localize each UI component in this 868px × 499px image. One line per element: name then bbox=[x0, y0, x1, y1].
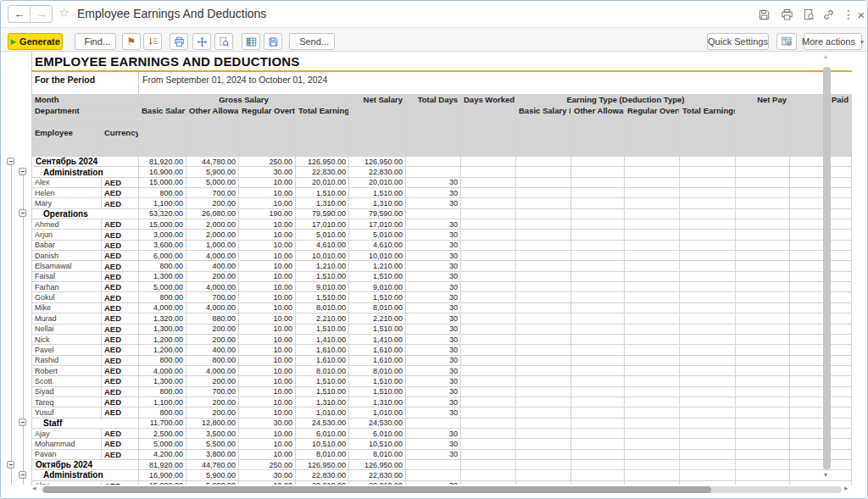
currency-cell[interactable]: AED bbox=[102, 365, 139, 375]
value-cell[interactable] bbox=[571, 480, 625, 485]
vscroll-thumb[interactable] bbox=[823, 67, 831, 469]
value-cell[interactable] bbox=[625, 386, 680, 396]
quick-settings-button[interactable]: Quick Settings bbox=[707, 33, 769, 50]
value-cell[interactable]: 4,610.00 bbox=[296, 240, 349, 250]
value-cell[interactable] bbox=[736, 292, 790, 302]
value-cell[interactable] bbox=[680, 459, 736, 469]
value-cell[interactable] bbox=[571, 302, 625, 313]
value-cell[interactable] bbox=[790, 251, 852, 261]
value-cell[interactable] bbox=[571, 324, 625, 334]
value-cell[interactable] bbox=[625, 302, 680, 313]
value-cell[interactable]: 1,510.00 bbox=[296, 386, 349, 396]
value-cell[interactable]: 16,900.00 bbox=[139, 167, 186, 177]
currency-cell[interactable]: AED bbox=[102, 355, 139, 365]
value-cell[interactable] bbox=[736, 188, 790, 198]
value-cell[interactable] bbox=[736, 251, 790, 261]
value-cell[interactable] bbox=[680, 302, 736, 313]
value-cell[interactable]: 10.00 bbox=[239, 230, 296, 240]
value-cell[interactable]: 30 bbox=[406, 345, 461, 355]
value-cell[interactable] bbox=[516, 376, 571, 386]
value-cell[interactable] bbox=[680, 198, 736, 208]
header-total-days[interactable]: Total Days bbox=[406, 95, 461, 157]
value-cell[interactable] bbox=[680, 219, 736, 230]
value-cell[interactable]: 4,000.00 bbox=[186, 365, 239, 375]
value-cell[interactable]: 10.00 bbox=[239, 240, 296, 250]
value-cell[interactable]: 2,210.00 bbox=[349, 313, 406, 324]
header-days-worked[interactable]: Days Worked bbox=[461, 95, 516, 157]
value-cell[interactable]: 10.00 bbox=[239, 386, 296, 396]
value-cell[interactable] bbox=[625, 480, 680, 485]
header-gross-salary[interactable]: Gross Salary bbox=[139, 95, 349, 106]
value-cell[interactable] bbox=[625, 271, 680, 281]
value-cell[interactable] bbox=[571, 386, 625, 396]
value-cell[interactable] bbox=[625, 376, 680, 386]
value-cell[interactable]: 800.00 bbox=[139, 386, 186, 396]
employee-name-cell[interactable]: Mike bbox=[32, 302, 102, 313]
value-cell[interactable]: 1,300.00 bbox=[139, 271, 186, 281]
value-cell[interactable] bbox=[461, 459, 516, 469]
value-cell[interactable]: 30 bbox=[406, 302, 461, 313]
value-cell[interactable] bbox=[461, 396, 516, 407]
value-cell[interactable]: 10.00 bbox=[239, 345, 296, 355]
employee-name-cell[interactable]: Mary bbox=[32, 198, 102, 208]
value-cell[interactable]: 10.00 bbox=[239, 271, 296, 281]
value-cell[interactable] bbox=[790, 449, 852, 459]
value-cell[interactable] bbox=[516, 386, 571, 396]
value-cell[interactable] bbox=[680, 261, 736, 271]
value-cell[interactable] bbox=[625, 177, 680, 187]
value-cell[interactable]: 30 bbox=[406, 230, 461, 240]
value-cell[interactable]: 30 bbox=[406, 334, 461, 344]
value-cell[interactable]: 10.00 bbox=[239, 198, 296, 208]
value-cell[interactable] bbox=[790, 345, 852, 355]
value-cell[interactable] bbox=[516, 230, 571, 240]
value-cell[interactable] bbox=[461, 439, 516, 449]
value-cell[interactable] bbox=[680, 480, 736, 485]
value-cell[interactable]: 30 bbox=[406, 428, 461, 438]
group-label-cell[interactable]: Operations bbox=[32, 208, 139, 219]
value-cell[interactable]: 10.00 bbox=[239, 188, 296, 198]
value-cell[interactable]: 10.00 bbox=[239, 396, 296, 407]
value-cell[interactable]: 1,510.00 bbox=[349, 292, 406, 302]
value-cell[interactable] bbox=[516, 396, 571, 407]
value-cell[interactable] bbox=[790, 208, 852, 219]
value-cell[interactable]: 20,010.00 bbox=[349, 480, 406, 485]
vscroll-up-arrow[interactable]: ▴ bbox=[824, 53, 827, 60]
currency-cell[interactable]: AED bbox=[102, 345, 139, 355]
value-cell[interactable]: 1,010.00 bbox=[349, 408, 406, 418]
value-cell[interactable]: 10.00 bbox=[239, 334, 296, 344]
value-cell[interactable] bbox=[571, 271, 625, 281]
forward-button[interactable]: → bbox=[30, 6, 52, 22]
value-cell[interactable] bbox=[736, 198, 790, 208]
value-cell[interactable]: 5,010.00 bbox=[296, 230, 349, 240]
value-cell[interactable]: 10,010.00 bbox=[349, 251, 406, 261]
currency-cell[interactable]: AED bbox=[102, 292, 139, 302]
value-cell[interactable] bbox=[736, 219, 790, 230]
value-cell[interactable] bbox=[680, 470, 736, 480]
generate-button[interactable]: ▶ Generate bbox=[8, 33, 63, 50]
value-cell[interactable]: 6,010.00 bbox=[296, 428, 349, 438]
value-cell[interactable] bbox=[571, 470, 625, 480]
favorite-star-icon[interactable]: ☆ bbox=[58, 5, 70, 20]
value-cell[interactable] bbox=[516, 428, 571, 438]
value-cell[interactable] bbox=[516, 251, 571, 261]
value-cell[interactable]: 6,010.00 bbox=[349, 428, 406, 438]
value-cell[interactable]: 22,830.00 bbox=[349, 470, 406, 480]
vscroll-down-arrow[interactable]: ▾ bbox=[824, 471, 827, 479]
value-cell[interactable] bbox=[571, 396, 625, 407]
value-cell[interactable] bbox=[516, 198, 571, 208]
currency-cell[interactable]: AED bbox=[102, 177, 139, 187]
send-button[interactable]: Send... bbox=[289, 33, 335, 50]
value-cell[interactable]: 30 bbox=[406, 449, 461, 459]
value-cell[interactable]: 10.00 bbox=[239, 408, 296, 418]
value-cell[interactable]: 53,320.00 bbox=[139, 208, 186, 219]
currency-cell[interactable]: AED bbox=[102, 261, 139, 271]
value-cell[interactable] bbox=[736, 376, 790, 386]
value-cell[interactable]: 10.00 bbox=[239, 282, 296, 292]
value-cell[interactable] bbox=[680, 396, 736, 407]
value-cell[interactable]: 10.00 bbox=[239, 449, 296, 459]
value-cell[interactable] bbox=[680, 439, 736, 449]
value-cell[interactable]: 700.00 bbox=[186, 188, 239, 198]
value-cell[interactable]: 30 bbox=[406, 261, 461, 271]
value-cell[interactable] bbox=[571, 177, 625, 187]
value-cell[interactable] bbox=[790, 334, 852, 344]
